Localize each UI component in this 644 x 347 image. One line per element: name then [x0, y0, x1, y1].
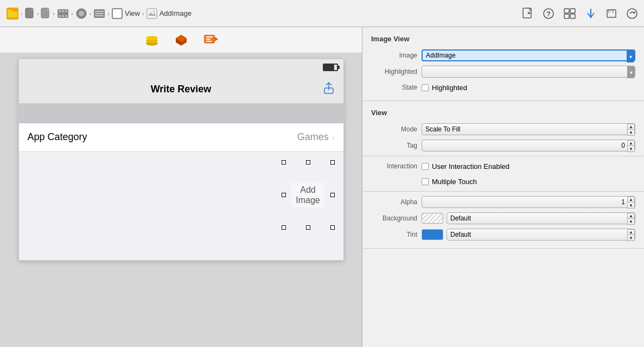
- cube-tool[interactable]: [173, 32, 189, 48]
- svg-rect-24: [523, 8, 531, 18]
- view-section: View Mode Scale To Fill ▲ ▼ Tag: [362, 101, 644, 249]
- tag-control: 0 ▲ ▼: [422, 140, 635, 152]
- svg-rect-19: [112, 9, 122, 18]
- multiple-touch-checkbox[interactable]: [422, 178, 429, 185]
- highlighted-label: Highlighted: [371, 68, 417, 75]
- background-color-swatch[interactable]: [422, 213, 443, 224]
- tag-stepper-down[interactable]: ▼: [627, 146, 635, 152]
- main-content: Write Review App Category Gam: [0, 27, 644, 347]
- interaction-label: Interaction: [371, 162, 417, 170]
- highlighted-dropdown-arrow[interactable]: ▾: [627, 66, 635, 78]
- state-control: Highlighted: [422, 84, 635, 92]
- interaction-row-1: Interaction User Interaction Enabled: [362, 159, 644, 174]
- handle-bl[interactable]: [282, 225, 286, 230]
- svg-rect-33: [570, 14, 575, 18]
- phone-nav-title: Write Review: [151, 84, 212, 95]
- interaction-row-2: Multiple Touch: [362, 174, 644, 189]
- svg-text:?: ?: [546, 10, 551, 18]
- state-label: State: [371, 84, 417, 91]
- highlighted-dropdown[interactable]: ▾: [422, 66, 635, 78]
- mode-dropdown[interactable]: Scale To Fill ▲ ▼: [422, 123, 635, 135]
- bg-stepper-up[interactable]: ▲: [627, 213, 635, 219]
- phone-share-icon: [323, 81, 335, 97]
- breadcrumb-chevron: ›: [107, 10, 110, 17]
- circle-arrow-icon[interactable]: [627, 8, 637, 19]
- help-icon[interactable]: ?: [543, 8, 554, 19]
- tint-stepper-down[interactable]: ▼: [627, 235, 635, 241]
- svg-rect-8: [62, 10, 64, 12]
- bg-stepper-down[interactable]: ▼: [627, 219, 635, 225]
- breadcrumb-item-circle[interactable]: [75, 8, 87, 20]
- background-row: Background Default ▲ ▼: [362, 210, 644, 226]
- mode-stepper-up[interactable]: ▲: [627, 124, 635, 130]
- breadcrumb-item-image[interactable]: [146, 8, 157, 19]
- image-dropdown[interactable]: AddImage ▾: [422, 49, 635, 61]
- square-icon: [112, 8, 123, 19]
- phone-list-row[interactable]: App Category Games ›: [19, 123, 343, 152]
- breadcrumb-item-doc2[interactable]: [41, 8, 50, 20]
- handle-tl[interactable]: [282, 160, 286, 165]
- tint-dropdown[interactable]: Default ▲ ▼: [447, 229, 635, 241]
- handle-mr[interactable]: [330, 193, 335, 197]
- svg-rect-10: [59, 15, 61, 17]
- grid-icon[interactable]: [564, 8, 576, 19]
- canvas-toolbar: [0, 27, 362, 53]
- ruler-icon[interactable]: [606, 8, 617, 20]
- handle-tr[interactable]: [330, 160, 335, 165]
- handle-ml[interactable]: [282, 193, 286, 197]
- phone-list-label: App Category: [28, 131, 87, 143]
- breadcrumb-item-list[interactable]: [93, 9, 105, 18]
- breadcrumb-chevron: ›: [21, 10, 23, 17]
- mode-label: Mode: [371, 125, 417, 133]
- tag-field[interactable]: 0 ▲ ▼: [422, 140, 635, 152]
- separator: [362, 156, 644, 156]
- right-toolbar: ?: [522, 8, 637, 20]
- tag-stepper-up[interactable]: ▲: [627, 140, 635, 146]
- handle-tm[interactable]: [306, 160, 310, 165]
- breadcrumb-chevron: ›: [142, 10, 144, 17]
- new-doc-icon[interactable]: [522, 8, 533, 20]
- circle-stack-tool[interactable]: [144, 32, 160, 48]
- doc-icon: [25, 8, 35, 20]
- handle-bm[interactable]: [306, 225, 310, 230]
- exit-tool[interactable]: [202, 32, 219, 48]
- interaction-checkbox-row-2: Multiple Touch: [422, 178, 477, 186]
- svg-point-14: [79, 11, 84, 16]
- mode-value: Scale To Fill: [425, 125, 625, 133]
- svg-rect-32: [564, 14, 569, 18]
- top-toolbar: › › › ›: [0, 0, 644, 27]
- arrow-down-icon[interactable]: [585, 8, 596, 20]
- user-interaction-checkbox[interactable]: [422, 163, 429, 170]
- state-checkbox[interactable]: [422, 84, 429, 91]
- alpha-label: Alpha: [371, 198, 417, 206]
- breadcrumb-item-doc[interactable]: [25, 8, 35, 20]
- state-checkbox-label: Highlighted: [432, 84, 467, 92]
- tint-color-swatch[interactable]: [422, 229, 443, 240]
- image-dropdown-arrow[interactable]: ▾: [627, 51, 634, 62]
- phone-content-area: Add Image: [19, 152, 343, 260]
- tint-stepper-up[interactable]: ▲: [627, 229, 635, 235]
- breadcrumb-item-folder[interactable]: [7, 8, 18, 20]
- alpha-field[interactable]: 1 ▲ ▼: [422, 196, 635, 208]
- handle-br[interactable]: [330, 225, 335, 230]
- image-label: Image: [371, 52, 417, 59]
- folder-icon: [7, 8, 18, 20]
- tint-control: Default ▲ ▼: [422, 229, 635, 241]
- tag-label: Tag: [371, 142, 417, 149]
- mode-control: Scale To Fill ▲ ▼: [422, 123, 635, 135]
- background-dropdown[interactable]: Default ▲ ▼: [447, 212, 635, 224]
- svg-rect-1: [8, 10, 12, 12]
- svg-point-23: [153, 10, 155, 12]
- breadcrumb-item-filmstrip[interactable]: [57, 9, 69, 18]
- svg-marker-47: [215, 37, 218, 41]
- add-image-widget[interactable]: Add Image: [284, 162, 333, 228]
- alpha-stepper-up[interactable]: ▲: [627, 197, 635, 203]
- breadcrumb-item-square[interactable]: [112, 8, 123, 19]
- alpha-stepper-down[interactable]: ▼: [627, 203, 635, 209]
- list-icon: [93, 9, 105, 18]
- tag-row: Tag 0 ▲ ▼: [362, 137, 644, 154]
- interaction-checkbox-row-1: User Interaction Enabled: [422, 162, 509, 171]
- phone-list-chevron: ›: [332, 133, 335, 142]
- mode-stepper-down[interactable]: ▼: [627, 130, 635, 136]
- state-checkbox-row: Highlighted: [422, 84, 467, 92]
